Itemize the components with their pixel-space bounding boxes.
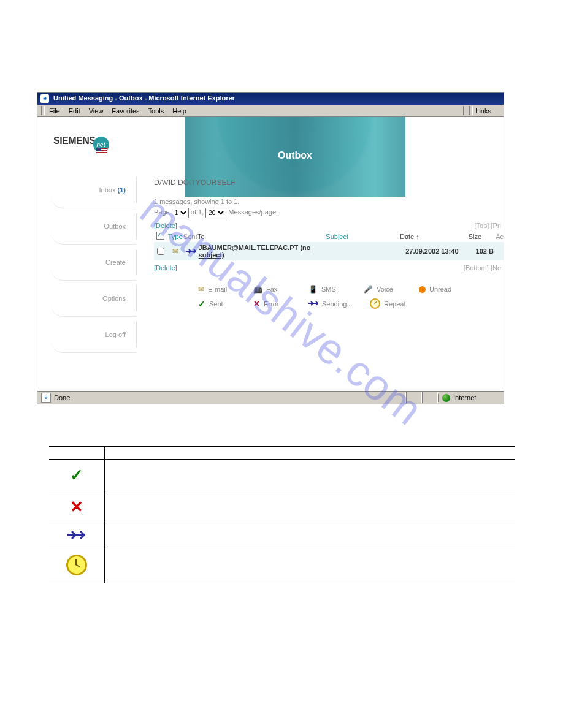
per-page-select[interactable]: 20 — [205, 208, 226, 218]
status-cell — [406, 392, 422, 403]
toolbar-grip — [41, 106, 45, 115]
ie-icon: e — [40, 94, 49, 103]
table-header-cell — [105, 447, 516, 460]
cross-icon: ✕ — [253, 299, 260, 308]
sidebar-item-outbox[interactable]: Outbox — [51, 208, 137, 245]
sidebar-item-label: Outbox — [104, 222, 126, 230]
username-label: DAVID DOITYOURSELF — [154, 178, 504, 187]
row-size: 102 B — [476, 248, 494, 255]
menu-tools[interactable]: Tools — [148, 107, 164, 115]
menu-help[interactable]: Help — [172, 107, 186, 115]
col-type[interactable]: Type — [167, 233, 183, 240]
select-all-checkbox[interactable] — [156, 232, 164, 240]
of-label: of 1, — [191, 209, 204, 216]
viewport: SIEMENSnet Outbox Inbox (1) Outbox Creat… — [37, 117, 504, 394]
table-row — [49, 523, 515, 548]
pager: Page 1 of 1, 20 Messages/page. — [154, 208, 504, 218]
table-header: Type Sent To Subject Date ↑ Size Ac — [154, 230, 504, 242]
sending-icon — [308, 300, 318, 308]
menu-bar: File Edit View Favorites Tools Help Link… — [37, 105, 504, 117]
sidebar-item-label: Options — [102, 295, 126, 302]
legend-repeat: Repeat — [370, 298, 419, 309]
menu-favorites[interactable]: Favorites — [112, 107, 139, 115]
page-select[interactable]: 1 — [172, 208, 189, 218]
fax-icon: 📠 — [253, 285, 262, 294]
sending-icon — [186, 248, 196, 256]
voice-icon: 🎤 — [364, 285, 373, 294]
legend: ✉E-mail 📠Fax 📱SMS 🎤Voice Unread ✓Sent ✕E… — [198, 285, 504, 309]
zone-label: Internet — [453, 394, 476, 401]
globe-icon — [442, 394, 450, 402]
sidebar-item-options[interactable]: Options — [51, 281, 137, 317]
status-zone: Internet — [438, 394, 504, 402]
status-text: Done — [54, 394, 70, 401]
inbox-count: (1) — [118, 186, 126, 194]
next-link[interactable]: Ne — [492, 264, 501, 271]
table-row: ✕ — [49, 491, 515, 523]
logo: SIEMENSnet — [53, 134, 109, 154]
table-row[interactable]: ✉ JBAUMER@MAIL.TELEPAC.PT (no subject) 2… — [154, 242, 504, 260]
checkmark-icon: ✓ — [70, 466, 83, 484]
delete-link-bottom[interactable]: Delete — [156, 264, 175, 271]
col-size[interactable]: Size — [469, 233, 496, 240]
title-bar: e Unified Messaging - Outbox - Microsoft… — [37, 93, 504, 105]
toolbar-grip — [469, 106, 473, 115]
col-subject[interactable]: Subject — [326, 233, 400, 240]
table-row: ✓ — [49, 460, 515, 491]
per-page-label: Messages/page. — [228, 209, 278, 216]
icon-reference-table: ✓ ✕ — [49, 446, 515, 583]
table-header-cell — [49, 447, 105, 460]
col-date[interactable]: Date ↑ — [400, 233, 469, 240]
envelope-icon: ✉ — [172, 247, 178, 256]
col-sent[interactable]: Sent — [183, 233, 197, 240]
sidebar-item-label: Create — [105, 259, 126, 266]
row-to: JBAUMER@MAIL.TELEPAC.PT — [199, 244, 299, 251]
sidebar-item-inbox[interactable]: Inbox (1) — [51, 172, 137, 208]
bottom-link[interactable]: Bottom — [465, 264, 487, 271]
menu-file[interactable]: File — [49, 107, 60, 115]
sidebar-item-label: Inbox — [99, 186, 116, 194]
envelope-icon: ✉ — [198, 285, 204, 294]
content-area: DAVID DOITYOURSELF 1 messages, showing 1… — [154, 178, 504, 314]
page-icon: e — [41, 393, 51, 403]
legend-voice: 🎤Voice — [364, 285, 419, 294]
print-link[interactable]: Pri — [493, 222, 501, 229]
col-to[interactable]: To — [197, 233, 326, 240]
menu-view[interactable]: View — [89, 107, 104, 115]
browser-window: e Unified Messaging - Outbox - Microsoft… — [37, 92, 504, 404]
legend-email: ✉E-mail — [198, 285, 253, 294]
brand-text: SIEMENS — [53, 135, 96, 146]
table-row — [49, 548, 515, 583]
clock-icon — [370, 298, 380, 309]
legend-error: ✕Error — [253, 298, 308, 309]
row-date: 27.09.2002 13:40 — [405, 248, 458, 255]
sidebar: Inbox (1) Outbox Create Options Log off — [51, 172, 137, 353]
clock-icon — [66, 555, 87, 575]
row-checkbox[interactable] — [157, 248, 164, 255]
col-ac[interactable]: Ac — [496, 233, 504, 240]
menu-edit[interactable]: Edit — [69, 107, 80, 115]
legend-sending: Sending... — [308, 298, 370, 309]
us-flag-icon — [96, 148, 107, 154]
phone-icon: 📱 — [308, 285, 318, 294]
top-link[interactable]: Top — [477, 222, 488, 229]
legend-sms: 📱SMS — [308, 285, 364, 294]
page-title: Outbox — [185, 150, 405, 161]
delete-link-top[interactable]: Delete — [156, 222, 175, 229]
legend-fax: 📠Fax — [253, 285, 308, 294]
links-button[interactable]: Links — [475, 107, 491, 115]
messages-count: 1 messages, showing 1 to 1. — [154, 198, 504, 205]
status-bar: e Done Internet — [37, 391, 504, 404]
checkmark-icon: ✓ — [198, 299, 205, 309]
sidebar-item-label: Log off — [105, 331, 126, 338]
sidebar-item-create[interactable]: Create — [51, 245, 137, 281]
unread-icon — [419, 286, 426, 293]
legend-sent: ✓Sent — [198, 298, 253, 309]
window-title: Unified Messaging - Outbox - Microsoft I… — [53, 94, 235, 102]
status-cell — [422, 392, 438, 403]
sidebar-item-logoff[interactable]: Log off — [51, 317, 137, 353]
page-label: Page — [154, 209, 170, 216]
sending-icon — [67, 534, 86, 542]
cross-icon: ✕ — [70, 498, 83, 516]
legend-unread: Unread — [419, 285, 474, 294]
